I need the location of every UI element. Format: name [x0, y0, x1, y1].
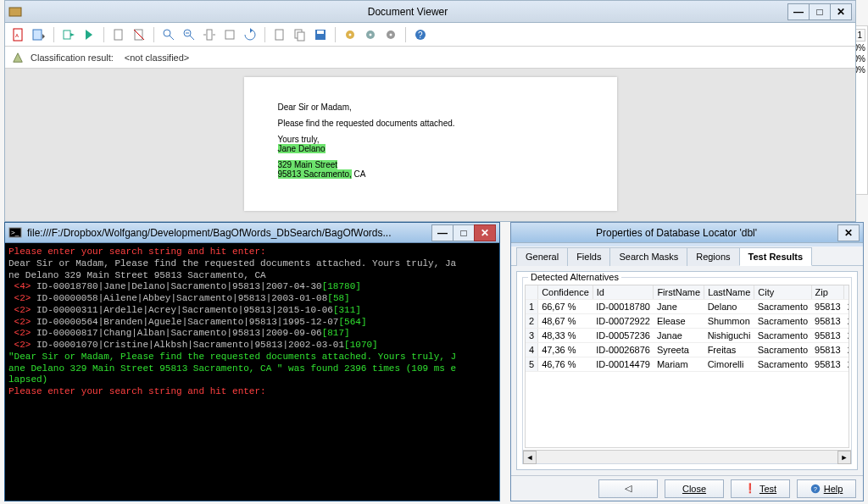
row-index: 1: [526, 300, 538, 314]
col-id[interactable]: Id: [593, 285, 654, 300]
scroll-right[interactable]: ►: [837, 451, 851, 464]
scroll-left[interactable]: ◄: [523, 451, 537, 464]
tab-search-masks[interactable]: Search Masks: [609, 247, 687, 266]
svg-point-7: [164, 30, 170, 36]
cell: 95813: [811, 357, 844, 372]
console-body[interactable]: Please enter your search string and hit …: [5, 243, 499, 402]
pdf-icon[interactable]: A: [10, 26, 27, 43]
col-zip[interactable]: Zip: [811, 285, 844, 300]
classification-icon: [12, 52, 24, 64]
table-row[interactable]: 447,36 %ID-00026876SyreetaFreitasSacrame…: [526, 343, 849, 357]
help-icon[interactable]: ?: [412, 26, 429, 43]
document-page: Dear Sir or Madam, Please find the reque…: [244, 77, 617, 211]
zoom-in-icon[interactable]: [160, 26, 177, 43]
cell: Elease: [654, 314, 704, 329]
table-row[interactable]: 348,33 %ID-00057236JanaeNishiguchiSacram…: [526, 329, 849, 343]
console-maximize[interactable]: □: [453, 224, 475, 241]
cell: 95813: [811, 329, 844, 343]
svg-point-22: [370, 33, 372, 36]
properties-titlebar[interactable]: Properties of Database Locator 'dbl' ✕: [511, 223, 863, 243]
cell: Sacramento: [754, 314, 811, 329]
properties-close-button[interactable]: ✕: [837, 224, 860, 241]
cut-icon[interactable]: [271, 26, 288, 43]
classification-bar: Classification result: <not classified>: [5, 47, 855, 69]
gear2-icon[interactable]: [362, 26, 379, 43]
help-button[interactable]: ?Help: [797, 479, 856, 498]
properties-title: Properties of Database Locator 'dbl': [515, 227, 838, 239]
titlebar[interactable]: Document Viewer — □ ✕: [5, 1, 855, 23]
svg-rect-12: [207, 30, 212, 40]
page-width-icon[interactable]: [201, 26, 218, 43]
cell: Mariam: [654, 357, 704, 372]
document-area[interactable]: Dear Sir or Madam, Please find the reque…: [5, 69, 855, 221]
new-doc-icon[interactable]: [110, 26, 127, 43]
col-firstname[interactable]: FirstName: [654, 285, 704, 300]
cell: ID-00014479: [593, 357, 654, 372]
next-icon[interactable]: [81, 26, 97, 43]
button-bar: ◁ Close ❗Test ?Help: [511, 475, 863, 501]
col-confidence[interactable]: Confidence: [538, 285, 593, 300]
help-btn-icon: ?: [810, 484, 821, 494]
zoom-out-icon[interactable]: [181, 26, 198, 43]
page-state: CA: [352, 169, 366, 179]
svg-point-20: [349, 33, 352, 36]
cell: ID-00057236: [593, 329, 654, 343]
tab-regions[interactable]: Regions: [687, 247, 739, 266]
fit-page-icon[interactable]: [221, 26, 238, 43]
horizontal-scrollbar[interactable]: ◄ ►: [523, 450, 851, 463]
page-dropdown-icon[interactable]: [31, 26, 47, 43]
cell: ID-00026876: [593, 343, 654, 357]
minimize-button[interactable]: —: [787, 3, 810, 20]
col-lastname[interactable]: LastName: [704, 285, 754, 300]
classification-value[interactable]: <not classified>: [120, 50, 222, 65]
page-line: Yours truly,: [278, 135, 583, 144]
gear3-icon[interactable]: [382, 26, 399, 43]
tab-general[interactable]: General: [516, 247, 568, 266]
col-blank[interactable]: [526, 285, 538, 300]
maximize-button[interactable]: □: [809, 3, 831, 20]
svg-line-10: [190, 36, 194, 40]
col-city[interactable]: City: [754, 285, 811, 300]
rotate-icon[interactable]: [242, 26, 259, 43]
table-row[interactable]: 166,67 %ID-00018780JaneDelanoSacramento9…: [526, 300, 849, 314]
row-index: 5: [526, 357, 538, 372]
table-row[interactable]: 546,76 %ID-00014479MariamCimorelliSacram…: [526, 357, 849, 372]
cell: 2010-07-25: [844, 314, 849, 329]
svg-text:A: A: [15, 33, 19, 38]
toolbar: A ?: [5, 23, 855, 47]
console-close[interactable]: ✕: [474, 224, 496, 241]
cell: Syreeta: [654, 343, 704, 357]
svg-rect-18: [317, 30, 324, 34]
svg-rect-0: [9, 8, 21, 16]
group-legend: Detected Alternatives: [528, 272, 621, 282]
export-icon[interactable]: [60, 26, 77, 43]
table-row[interactable]: 248,67 %ID-00072922EleaseShummonSacramen…: [526, 314, 849, 329]
scroll-track[interactable]: [537, 451, 837, 463]
save-icon[interactable]: [312, 26, 329, 43]
cell: 48,33 %: [538, 329, 593, 343]
svg-line-8: [170, 36, 174, 40]
svg-rect-3: [33, 30, 42, 40]
col-dob[interactable]: DateOfBirth: [844, 285, 849, 300]
nav-prev-button[interactable]: ◁: [598, 479, 658, 498]
tab-test-results[interactable]: Test Results: [739, 247, 813, 266]
window-title: Document Viewer: [27, 6, 788, 18]
close-dialog-button[interactable]: Close: [665, 479, 724, 498]
copy-icon[interactable]: [292, 26, 309, 43]
cut-doc-icon[interactable]: [131, 26, 147, 43]
tab-fields[interactable]: Fields: [567, 247, 610, 266]
console-window: >_ file:///F:/Dropbox/Wolfgang/Developme…: [4, 222, 500, 501]
row-index: 4: [526, 343, 538, 357]
cell: Sacramento: [754, 343, 811, 357]
cell: 46,76 %: [538, 357, 593, 372]
console-minimize[interactable]: —: [431, 224, 453, 241]
gear1-icon[interactable]: [342, 26, 359, 43]
highlight-name: Jane Delano: [278, 144, 326, 153]
test-button[interactable]: ❗Test: [731, 479, 790, 498]
cell: 47,36 %: [538, 343, 593, 357]
results-grid[interactable]: Confidence Id FirstName LastName City Zi…: [525, 285, 849, 448]
close-button[interactable]: ✕: [830, 3, 852, 20]
console-titlebar[interactable]: >_ file:///F:/Dropbox/Wolfgang/Developme…: [5, 223, 499, 243]
detected-alternatives-group: Detected Alternatives Confidence Id Firs…: [522, 277, 852, 464]
svg-text:?: ?: [418, 30, 423, 40]
